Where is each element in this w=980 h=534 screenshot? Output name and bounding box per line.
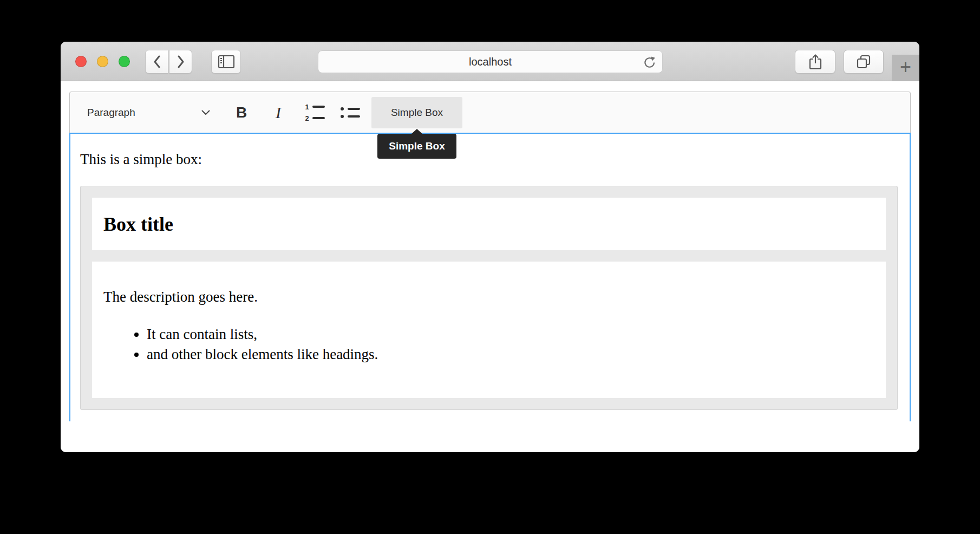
simple-box-widget[interactable]: Box title The description goes here. It … <box>80 186 898 410</box>
simple-box-button-label: Simple Box <box>391 107 443 119</box>
bulleted-list-button[interactable] <box>337 92 363 133</box>
simple-box-title-field[interactable]: Box title <box>92 198 886 250</box>
desktop-background: localhost <box>0 0 980 534</box>
simple-box-description-field[interactable]: The description goes here. It can contai… <box>92 262 886 398</box>
chevron-left-icon <box>152 55 162 69</box>
simple-box-tooltip: Simple Box <box>377 134 456 159</box>
reload-icon <box>642 55 656 69</box>
italic-icon: I <box>276 103 281 122</box>
plus-icon: + <box>900 57 911 77</box>
box-description-paragraph[interactable]: The description goes here. <box>103 288 874 306</box>
forward-button[interactable] <box>169 50 192 74</box>
tabs-icon <box>856 54 871 69</box>
page-content: Paragraph B I 1 2 <box>61 82 919 452</box>
reload-button[interactable] <box>642 55 657 70</box>
minimize-window-button[interactable] <box>97 56 108 67</box>
address-bar[interactable]: localhost <box>318 50 663 73</box>
bulleted-list-icon <box>340 107 360 118</box>
italic-button[interactable]: I <box>265 92 291 133</box>
list-item[interactable]: and other block elements like headings. <box>147 344 874 364</box>
chevron-right-icon <box>176 55 186 69</box>
close-window-button[interactable] <box>75 56 87 67</box>
bold-button[interactable]: B <box>228 92 254 133</box>
box-title-heading[interactable]: Box title <box>92 198 886 250</box>
tooltip-text: Simple Box <box>389 140 445 152</box>
numbered-list-icon: 1 2 <box>305 103 325 122</box>
browser-window: localhost <box>61 42 919 452</box>
sidebar-icon <box>218 55 235 69</box>
box-list: It can contain lists, and other block el… <box>103 324 874 364</box>
back-button[interactable] <box>145 50 168 74</box>
intro-paragraph[interactable]: This is a simple box: <box>80 150 901 168</box>
sidebar-toggle-button[interactable] <box>211 50 241 74</box>
browser-toolbar: localhost <box>61 42 919 81</box>
bold-icon: B <box>236 104 247 121</box>
zoom-window-button[interactable] <box>119 56 130 67</box>
paragraph-dropdown-label: Paragraph <box>87 107 135 119</box>
chevron-down-icon <box>201 110 210 115</box>
share-icon <box>808 54 822 70</box>
new-tab-button[interactable]: + <box>892 55 919 81</box>
paragraph-dropdown[interactable]: Paragraph <box>70 92 219 133</box>
simple-box-button[interactable]: Simple Box <box>371 97 462 128</box>
share-button[interactable] <box>795 50 835 74</box>
numbered-list-button[interactable]: 1 2 <box>302 92 328 133</box>
list-item[interactable]: It can contain lists, <box>147 324 874 344</box>
editor-editable-area[interactable]: This is a simple box: Box title The desc… <box>69 133 911 421</box>
tab-overview-button[interactable] <box>844 50 884 74</box>
editor-toolbar: Paragraph B I 1 2 <box>69 92 911 133</box>
url-text: localhost <box>469 56 512 68</box>
